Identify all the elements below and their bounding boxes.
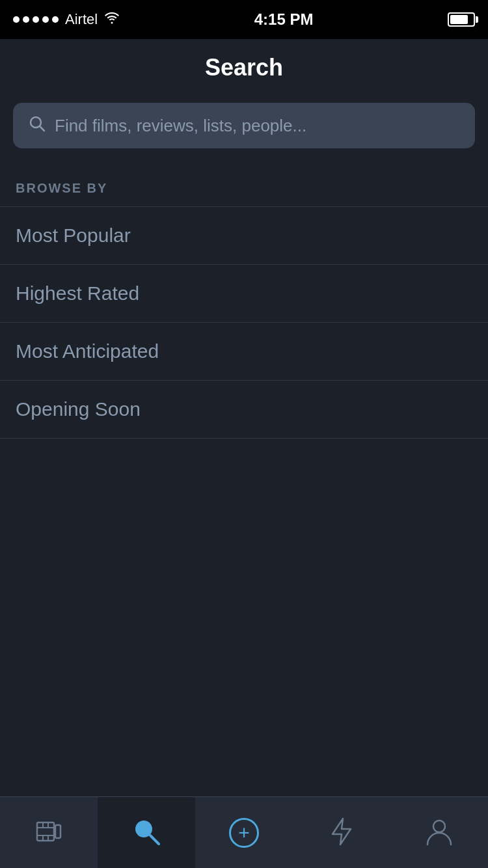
tab-search[interactable] [98,797,195,868]
svg-rect-3 [55,825,61,838]
battery-fill [450,15,468,24]
plus-icon: + [229,818,259,848]
svg-line-1 [40,126,44,131]
list-item-opening-soon[interactable]: Opening Soon [0,381,488,438]
signal-dot-3 [33,16,39,23]
list-item-label: Opening Soon [16,398,141,420]
list-item-most-popular[interactable]: Most Popular [0,207,488,264]
search-input[interactable]: Find films, reviews, lists, people... [13,103,475,148]
signal-dot-1 [13,16,20,23]
divider-bottom [0,438,488,439]
search-tab-icon [131,817,161,849]
signal-dot-2 [23,16,29,23]
status-left: Airtel [13,11,120,28]
svg-point-12 [433,821,445,832]
svg-rect-2 [37,822,54,841]
tab-films[interactable] [0,797,98,868]
signal-dots [13,16,59,23]
tab-add[interactable]: + [195,797,293,868]
browse-list: Most Popular Highest Rated Most Anticipa… [0,206,488,439]
film-icon [34,817,63,848]
status-time: 4:15 PM [254,10,314,29]
search-placeholder-text: Find films, reviews, lists, people... [55,116,306,136]
tab-activity[interactable] [293,797,390,868]
page-title: Search [205,54,283,81]
list-item-highest-rated[interactable]: Highest Rated [0,265,488,322]
signal-dot-5 [52,16,59,23]
list-item-label: Most Anticipated [16,340,159,362]
tab-profile[interactable] [390,797,488,868]
status-bar: Airtel 4:15 PM [0,0,488,39]
svg-line-11 [150,835,159,844]
carrier-label: Airtel [65,11,98,28]
battery-icon [448,12,475,27]
browse-label: BROWSE BY [16,181,107,195]
status-right [448,12,475,27]
tab-bar: + [0,796,488,868]
lightning-icon [330,817,353,848]
wifi-icon [104,12,120,27]
person-icon [426,817,452,848]
signal-dot-4 [42,16,49,23]
search-icon [29,115,46,137]
browse-section: BROWSE BY [0,161,488,206]
list-item-most-anticipated[interactable]: Most Anticipated [0,323,488,380]
list-item-label: Highest Rated [16,282,139,305]
list-item-label: Most Popular [16,224,131,247]
search-bar-container: Find films, reviews, lists, people... [0,96,488,161]
header: Search [0,39,488,96]
